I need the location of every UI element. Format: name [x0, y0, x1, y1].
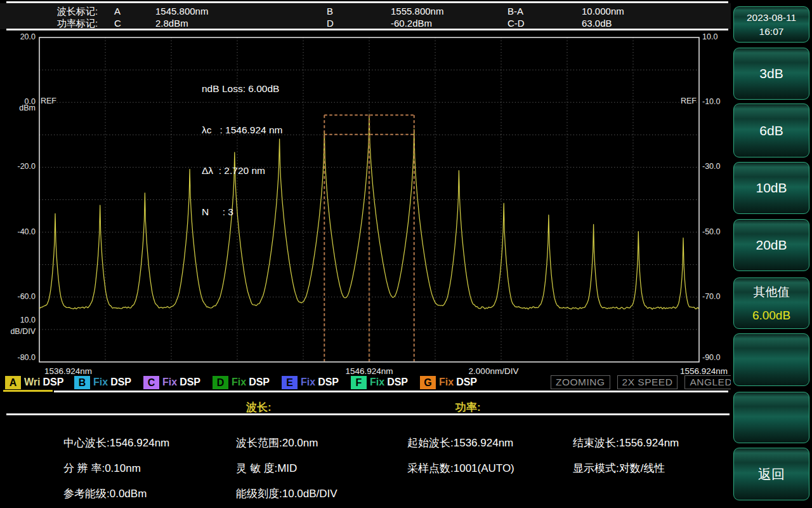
annotation-ndb-loss: ndB Loss: 6.00dB	[202, 82, 283, 96]
softkey-10db[interactable]: 10dB	[733, 162, 809, 214]
softkey-datetime-line2: 16:07	[759, 26, 784, 37]
trace-button-E[interactable]: EFixDSP	[282, 375, 339, 389]
info-field-c1r3: 参考能级:0.0dBm	[63, 486, 147, 501]
info-field-c2r3: 能级刻度:10.0dB/DIV	[236, 486, 337, 501]
y-left-tick: -20.0	[3, 162, 36, 171]
softkey-other-value-line1: 其他值	[754, 284, 790, 300]
status-indicators: ZOOMING2X SPEEDANGLED	[551, 375, 737, 389]
plot-frame	[39, 37, 699, 362]
marker-c-value: 2.8dBm	[155, 18, 188, 29]
annotation-lambda-c: λc : 1546.924 nm	[202, 123, 283, 137]
softkey-datetime[interactable]: 2023-08-1116:07	[733, 6, 809, 43]
trace-mode-label: Fix	[162, 377, 177, 388]
osa-screen: 波长标记: A 1545.800nm B 1555.800nm B-A 10.0…	[0, 0, 812, 508]
trace-dsp-label: DSP	[318, 377, 339, 388]
trace-letter-G: G	[420, 376, 436, 389]
info-field-c1r1: 中心波长:1546.924nm	[63, 436, 169, 450]
y-right-tick: -10.0	[702, 97, 721, 106]
trace-button-G[interactable]: GFixDSP	[420, 375, 477, 389]
info-field-c1r2: 分 辨 率:0.10nm	[63, 461, 141, 476]
trace-button-C[interactable]: CFixDSP	[143, 375, 200, 389]
softkey-datetime-line1: 2023-08-11	[747, 12, 796, 23]
trace-dsp-label: DSP	[387, 377, 408, 388]
trace-dsp-label: DSP	[43, 377, 63, 388]
softkey-blank-2[interactable]	[733, 392, 809, 443]
softkey-20db-line1: 20dB	[756, 237, 787, 253]
x-label-start: 1536.924nm	[44, 366, 92, 376]
active-trace-underline	[3, 390, 53, 392]
info-field-c2r2: 灵 敏 度:MID	[236, 461, 297, 476]
trace-row-divider	[54, 391, 728, 392]
trace-letter-D: D	[213, 376, 228, 389]
trace-dsp-label: DSP	[180, 377, 200, 388]
status-angled: ANGLED	[684, 375, 737, 389]
ndb-measurement-annotation: ndB Loss: 6.00dB λc : 1546.924 nm Δλ : 2…	[202, 55, 283, 246]
y-right-tick: -70.0	[702, 292, 721, 301]
softkey-back-line1: 返回	[758, 465, 785, 483]
softkey-panel: 2023-08-1116:073dB6dB10dB20dB其他值6.00dB返回	[731, 0, 812, 508]
y-scale-value: 10.0	[3, 316, 36, 324]
y-left-tick: -80.0	[3, 353, 36, 362]
trace-letter-B: B	[74, 376, 90, 389]
softkey-6db-line1: 6dB	[759, 123, 783, 138]
marker-d-value: -60.2dBm	[391, 18, 432, 29]
power-marker-label: 功率标记:	[57, 18, 98, 30]
softkey-20db[interactable]: 20dB	[733, 219, 809, 271]
trace-button-F[interactable]: FFixDSP	[351, 375, 408, 389]
trace-mode-label: Wri	[24, 377, 40, 388]
topbar-divider-bottom	[6, 29, 728, 30]
x-label-stop: 1556.924nm	[680, 366, 728, 376]
y-left-tick: -60.0	[3, 292, 36, 301]
softkey-back[interactable]: 返回	[733, 448, 809, 500]
topbar-divider-top	[6, 1, 728, 3]
softkey-other-value-line2: 6.00dB	[752, 309, 790, 323]
marker-a-value: 1545.800nm	[155, 6, 208, 17]
wavelength-marker-label: 波长标记:	[57, 6, 98, 18]
y-scale-unit: dB/DIV	[3, 327, 36, 336]
marker-b-value: 1555.800nm	[391, 6, 443, 17]
spectrum-plot	[0, 0, 812, 508]
trace-button-A[interactable]: AWriDSP	[5, 375, 63, 389]
trace-button-B[interactable]: BFixDSP	[74, 375, 131, 389]
marker-readout-bar: 波长标记: A 1545.800nm B 1555.800nm B-A 10.0…	[0, 0, 731, 32]
trace-letter-E: E	[282, 376, 298, 389]
power-section-label: 功率:	[455, 400, 481, 415]
trace-mode-label: Fix	[93, 377, 108, 388]
trace-dsp-label: DSP	[249, 377, 270, 388]
marker-c-key: C	[114, 18, 121, 29]
marker-a-key: A	[114, 6, 121, 17]
marker-d-key: D	[327, 18, 334, 29]
marker-ba-value: 10.000nm	[582, 6, 624, 17]
trace-a-curve	[39, 115, 699, 309]
annotation-delta-lambda: Δλ : 2.720 nm	[202, 164, 283, 178]
trace-mode-label: Fix	[232, 377, 246, 388]
x-label-center: 1546.924nm	[345, 366, 393, 376]
trace-mode-label: Fix	[370, 377, 384, 388]
annotation-n: N : 3	[202, 205, 283, 219]
trace-letter-A: A	[5, 376, 21, 389]
y-right-tick: -50.0	[702, 227, 721, 236]
trace-dsp-label: DSP	[110, 377, 131, 388]
info-field-c4r1: 结束波长:1556.924nm	[573, 436, 679, 450]
softkey-10db-line1: 10dB	[756, 180, 787, 196]
info-field-c4r2: 显示模式:对数/线性	[573, 461, 665, 476]
softkey-other-value[interactable]: 其他值6.00dB	[733, 277, 809, 329]
trace-mode-label: Fix	[439, 377, 454, 388]
softkey-blank-1[interactable]	[733, 333, 809, 386]
trace-letter-F: F	[351, 376, 367, 389]
trace-button-D[interactable]: DFixDSP	[213, 375, 270, 389]
x-label-per-div: 2.000nm/DIV	[469, 366, 519, 376]
trace-dsp-label: DSP	[456, 377, 477, 388]
section-divider	[6, 413, 730, 415]
ref-marker-right: REF	[664, 97, 697, 105]
status-2x-speed: 2X SPEED	[617, 375, 678, 389]
status-zooming: ZOOMING	[551, 375, 610, 389]
info-field-c2r1: 波长范围:20.0nm	[236, 436, 318, 450]
wavelength-section-label: 波长:	[246, 400, 272, 415]
y-left-tick: 0.0	[3, 97, 36, 106]
trace-letter-C: C	[143, 376, 159, 389]
softkey-3db[interactable]: 3dB	[733, 48, 809, 100]
softkey-3db-line1: 3dB	[759, 66, 783, 81]
info-field-c3r2: 采样点数:1001(AUTO)	[407, 461, 514, 476]
softkey-6db[interactable]: 6dB	[733, 104, 809, 157]
